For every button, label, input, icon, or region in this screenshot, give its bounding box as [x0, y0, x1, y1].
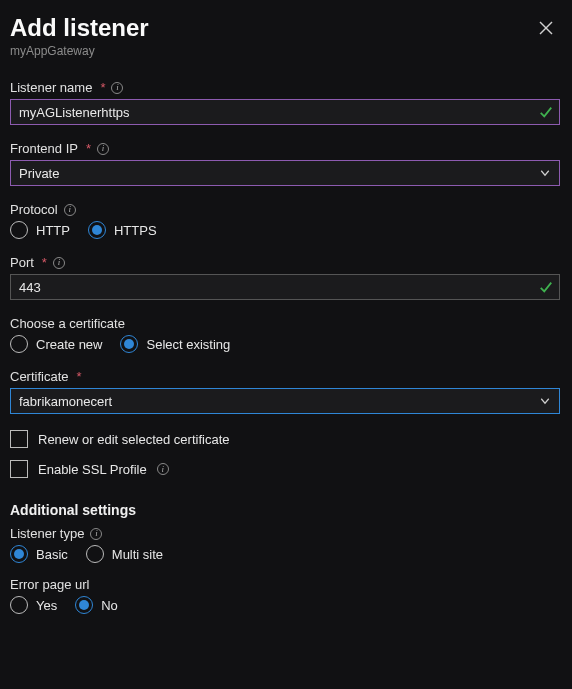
listener-type-basic-radio[interactable]: Basic	[10, 545, 68, 563]
chevron-down-icon	[537, 165, 553, 181]
info-icon[interactable]: i	[97, 143, 109, 155]
protocol-http-radio[interactable]: HTTP	[10, 221, 70, 239]
info-icon[interactable]: i	[90, 528, 102, 540]
required-asterisk: *	[42, 255, 47, 270]
listener-type-multi-radio[interactable]: Multi site	[86, 545, 163, 563]
listener-type-basic-label: Basic	[36, 547, 68, 562]
page-subtitle: myAppGateway	[10, 44, 149, 58]
create-new-label: Create new	[36, 337, 102, 352]
frontend-ip-select[interactable]: Private	[10, 160, 560, 186]
error-page-yes-radio[interactable]: Yes	[10, 596, 57, 614]
select-existing-label: Select existing	[146, 337, 230, 352]
listener-name-input[interactable]	[10, 99, 560, 125]
error-page-no-label: No	[101, 598, 118, 613]
listener-type-label: Listener type	[10, 526, 84, 541]
close-button[interactable]	[532, 14, 560, 42]
error-page-yes-label: Yes	[36, 598, 57, 613]
chevron-down-icon	[537, 393, 553, 409]
info-icon[interactable]: i	[64, 204, 76, 216]
frontend-ip-value: Private	[19, 166, 59, 181]
port-label: Port	[10, 255, 34, 270]
info-icon[interactable]: i	[53, 257, 65, 269]
create-new-radio[interactable]: Create new	[10, 335, 102, 353]
ssl-profile-label: Enable SSL Profile	[38, 462, 147, 477]
renew-cert-label: Renew or edit selected certificate	[38, 432, 229, 447]
renew-cert-checkbox[interactable]: Renew or edit selected certificate	[10, 430, 560, 448]
protocol-http-label: HTTP	[36, 223, 70, 238]
info-icon[interactable]: i	[157, 463, 169, 475]
checkmark-icon	[538, 104, 554, 120]
required-asterisk: *	[86, 141, 91, 156]
frontend-ip-label: Frontend IP	[10, 141, 78, 156]
required-asterisk: *	[100, 80, 105, 95]
listener-type-multi-label: Multi site	[112, 547, 163, 562]
info-icon[interactable]: i	[111, 82, 123, 94]
port-input[interactable]	[10, 274, 560, 300]
protocol-https-radio[interactable]: HTTPS	[88, 221, 157, 239]
ssl-profile-checkbox[interactable]: Enable SSL Profile i	[10, 460, 560, 478]
page-title: Add listener	[10, 14, 149, 42]
listener-name-label: Listener name	[10, 80, 92, 95]
choose-cert-label: Choose a certificate	[10, 316, 125, 331]
protocol-https-label: HTTPS	[114, 223, 157, 238]
error-page-no-radio[interactable]: No	[75, 596, 118, 614]
certificate-select[interactable]: fabrikamonecert	[10, 388, 560, 414]
certificate-value: fabrikamonecert	[19, 394, 112, 409]
additional-settings-heading: Additional settings	[10, 502, 560, 518]
select-existing-radio[interactable]: Select existing	[120, 335, 230, 353]
required-asterisk: *	[77, 369, 82, 384]
certificate-label: Certificate	[10, 369, 69, 384]
close-icon	[539, 21, 553, 35]
checkmark-icon	[538, 279, 554, 295]
error-page-label: Error page url	[10, 577, 89, 592]
protocol-label: Protocol	[10, 202, 58, 217]
